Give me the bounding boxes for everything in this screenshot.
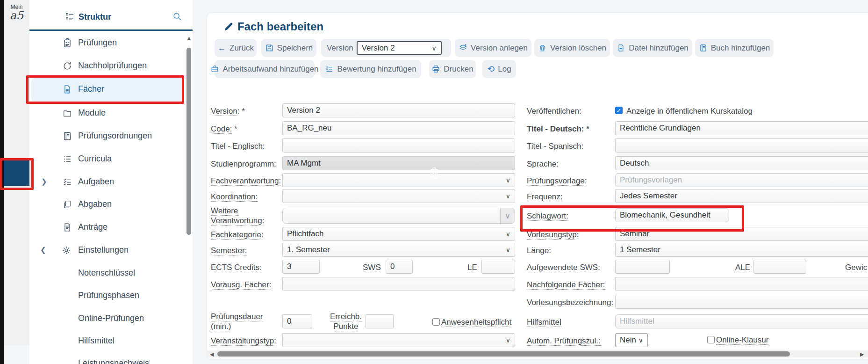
sidebar-item-hilfsmittel[interactable]: Hilfsmittel: [78, 336, 115, 346]
sidebar-item-online-pruefungen[interactable]: Online-Prüfungen: [78, 313, 144, 323]
field-label-autom-pruefungszul: Autom. Prüfungszul.:: [527, 336, 601, 346]
pencil-icon: [223, 22, 234, 34]
vorlesungsbezeichnung-input[interactable]: [615, 295, 868, 309]
sidebar-item-pruefungsphasen[interactable]: Prüfungsphasen: [78, 291, 139, 300]
autom-pruefungszul-select[interactable]: Nein∨: [615, 333, 648, 347]
field-label-titel-englisch: Titel - Englisch:: [211, 141, 265, 151]
field-label-frequenz: Frequenz:: [527, 192, 563, 202]
field-label-koordination: Koordination:: [211, 192, 258, 202]
field-label-le: LE: [467, 263, 477, 272]
veranstaltungstyp-select[interactable]: ∨: [282, 333, 515, 347]
structure-tree-icon: [65, 12, 75, 22]
chevron-right-icon[interactable]: ❯: [41, 177, 47, 186]
briefcase-icon: [210, 65, 219, 73]
add-workload-button[interactable]: Arbeitsaufwand hinzufügen: [215, 60, 315, 78]
search-icon[interactable]: [172, 11, 182, 22]
add-file-button[interactable]: Datei hinzufügen: [613, 39, 692, 57]
kurskatalog-checkbox[interactable]: ✓: [615, 107, 623, 114]
sws-input[interactable]: [386, 260, 413, 274]
semester-select[interactable]: 1. Semester∨: [282, 243, 515, 257]
sidebar-item-aufgaben[interactable]: Aufgaben: [78, 177, 114, 187]
anwesenheitspflicht-checkbox[interactable]: [432, 318, 440, 326]
pruefungsvorlage-input[interactable]: [615, 173, 868, 187]
ects-input[interactable]: [282, 260, 320, 274]
chevron-down-icon[interactable]: ∨: [500, 208, 515, 223]
scroll-up-arrow[interactable]: ▲: [187, 36, 192, 41]
app-logo-mark: a5: [4, 10, 29, 21]
create-version-button[interactable]: Version anlegen: [455, 39, 531, 57]
app-logo[interactable]: Mein a5: [4, 4, 29, 21]
sidebar-item-leistungsnachweis[interactable]: Leistungsnachweis: [78, 358, 149, 364]
pruefungsdauer-input[interactable]: [282, 314, 312, 328]
aufgewendete-sws-input[interactable]: [615, 260, 670, 274]
back-button[interactable]: ←Zurück: [215, 39, 257, 57]
chevron-down-icon: ∨: [506, 246, 510, 254]
chevron-down-icon[interactable]: ❮: [40, 246, 46, 254]
checklist-icon: [62, 177, 72, 187]
chevron-down-icon: ∨: [506, 336, 510, 344]
sidebar-item-notenschluessel[interactable]: Notenschlüssel: [78, 268, 135, 278]
field-label-ects: ECTS Credits:: [211, 263, 262, 272]
hilfsmittel-input[interactable]: [615, 314, 868, 328]
sidebar-item-module[interactable]: Module: [78, 108, 106, 118]
erreichb-punkte-input[interactable]: [366, 314, 394, 328]
save-button[interactable]: Speichern: [261, 39, 316, 57]
version-input[interactable]: [282, 103, 515, 117]
field-label-titel-deutsch: Titel - Deutsch:: [527, 124, 584, 133]
sidebar-scrollbar-thumb[interactable]: [187, 48, 191, 235]
field-label-sprache: Sprache:: [527, 159, 559, 169]
version-select[interactable]: Version 2∨: [357, 41, 442, 55]
add-rating-button[interactable]: Bewertung hinzufügen: [320, 60, 421, 78]
scroll-left-arrow[interactable]: ◀: [210, 352, 214, 357]
fachkategorie-select[interactable]: Pflichtfach∨: [282, 227, 515, 241]
titel-spanisch-input[interactable]: [615, 138, 868, 153]
add-book-button[interactable]: Buch hinzufügen: [695, 39, 774, 57]
horizontal-scrollbar-thumb[interactable]: [217, 351, 790, 357]
field-label-gewichtung: Gewic: [845, 263, 867, 272]
field-label-vorlesungsbezeichnung: Vorlesungsbezeichnung:: [527, 298, 613, 307]
sidebar-item-antraege[interactable]: Anträge: [78, 222, 108, 232]
sidebar-divider: [29, 29, 193, 31]
sidebar-item-abgaben[interactable]: Abgaben: [78, 199, 112, 209]
field-label-vorlesungstyp: Vorlesungstyp:: [527, 230, 579, 240]
field-label-veranstaltungstyp: Veranstaltungstyp:: [211, 336, 276, 346]
frequenz-select[interactable]: Jedes Semester: [615, 189, 868, 203]
chevron-down-icon: ∨: [506, 230, 510, 238]
version-label: Version: [327, 44, 353, 53]
print-button[interactable]: Drucken: [429, 60, 476, 78]
list-icon: [62, 154, 72, 164]
laenge-select[interactable]: 1 Semester: [615, 243, 868, 257]
studienprogramm-input: [282, 156, 515, 170]
delete-version-button[interactable]: Version löschen: [534, 39, 610, 57]
vorausg-faecher-input[interactable]: [282, 277, 515, 291]
scroll-right-arrow[interactable]: ▶: [860, 352, 864, 357]
ale-input[interactable]: [753, 260, 806, 274]
sidebar-title: Struktur: [79, 12, 111, 22]
sidebar-item-nachholpruefungen[interactable]: Nachholprüfungen: [78, 61, 147, 71]
titel-englisch-input[interactable]: [282, 138, 515, 153]
sidebar-item-pruefungsordnungen[interactable]: Prüfungsordnungen: [78, 131, 152, 141]
le-input[interactable]: [481, 260, 515, 274]
sidebar-item-pruefungen[interactable]: Prüfungen: [78, 38, 117, 48]
document-icon: [62, 222, 72, 233]
online-klausur-checkbox[interactable]: [707, 336, 715, 343]
clipboard-tasks-icon[interactable]: [428, 167, 441, 180]
sprache-select[interactable]: Deutsch: [615, 156, 868, 170]
sidebar-item-curricula[interactable]: Curricula: [78, 154, 112, 164]
code-input[interactable]: [282, 121, 515, 135]
fachverantwortung-select[interactable]: ∨: [282, 173, 515, 187]
sidebar-item-einstellungen[interactable]: Einstellungen: [78, 245, 129, 255]
field-label-kurskatalog: Anzeige in öffentlichem Kurskatalog: [626, 106, 753, 116]
weitere-verantwortung-select[interactable]: ∨: [282, 208, 515, 224]
field-label-titel-spanisch: Titel - Spanisch:: [527, 141, 583, 151]
titel-deutsch-input[interactable]: [615, 121, 868, 135]
koordination-select[interactable]: ∨: [282, 189, 515, 203]
nachfolgende-faecher-input[interactable]: [615, 277, 868, 291]
field-label-fachverantwortung: Fachverantwortung:: [211, 176, 281, 186]
gear-icon: [61, 245, 72, 255]
log-button[interactable]: ⟲Log: [482, 60, 516, 78]
field-label-aufgewendete-sws: Aufgewendete SWS:: [527, 263, 600, 272]
chevron-down-icon: ∨: [638, 336, 643, 344]
annotation-box-faecher: [26, 75, 184, 104]
chevron-down-icon: ∨: [431, 44, 436, 52]
